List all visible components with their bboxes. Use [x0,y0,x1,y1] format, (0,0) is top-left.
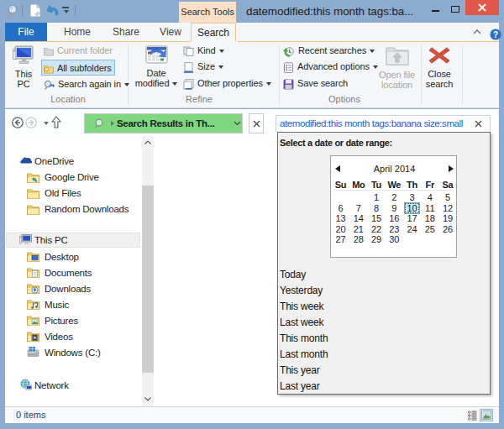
svg-text:?: ? [493,30,498,39]
